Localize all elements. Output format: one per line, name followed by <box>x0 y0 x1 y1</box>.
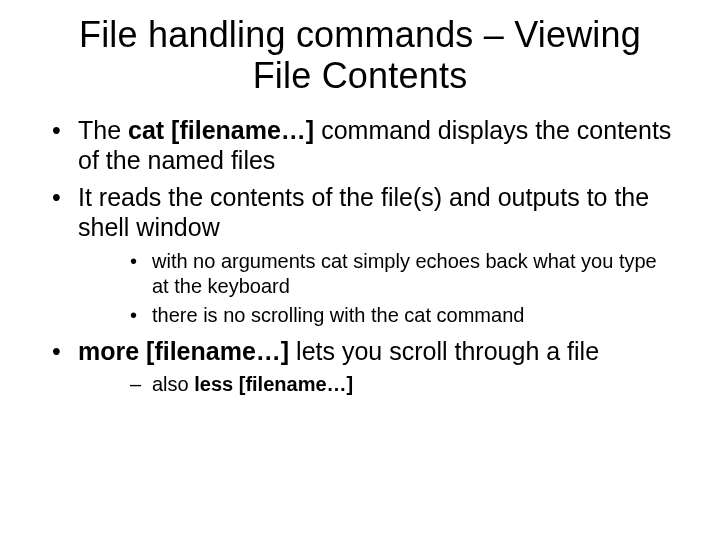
slide: File handling commands – Viewing File Co… <box>0 0 720 397</box>
slide-title: File handling commands – Viewing File Co… <box>48 14 672 97</box>
list-item: more [filename…] lets you scroll through… <box>48 336 672 398</box>
bold-text: cat [filename…] <box>128 116 314 144</box>
sub-list-item: with no arguments cat simply echoes back… <box>130 249 672 299</box>
list-item: It reads the contents of the file(s) and… <box>48 182 672 328</box>
sub-list-item: also less [filename…] <box>130 372 672 397</box>
bold-text: more [filename…] <box>78 337 289 365</box>
sub-list-item: there is no scrolling with the cat comma… <box>130 303 672 328</box>
sub-list: with no arguments cat simply echoes back… <box>130 249 672 328</box>
bullet-list: The cat [filename…] command displays the… <box>48 115 672 398</box>
sub-list: also less [filename…] <box>130 372 672 397</box>
list-item: The cat [filename…] command displays the… <box>48 115 672 176</box>
bold-text: less [filename…] <box>194 373 353 395</box>
